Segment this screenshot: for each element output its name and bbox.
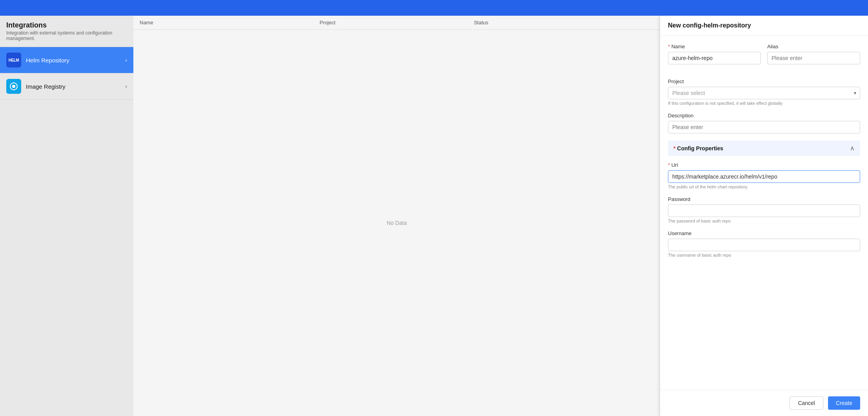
config-section-title: Config Properties [673, 145, 723, 151]
username-input[interactable] [668, 239, 860, 251]
image-registry-icon [6, 79, 21, 94]
name-group: Name [668, 44, 761, 64]
col-header-status: Status [474, 20, 602, 26]
sidebar-item-label-registry: Image Registry [26, 83, 125, 90]
password-input[interactable] [668, 204, 860, 217]
password-hint: The password of basic auth repo [668, 219, 860, 223]
description-group: Description [668, 113, 860, 133]
url-label: Url [668, 162, 860, 168]
project-label: Project [668, 78, 860, 84]
chevron-right-icon-registry: › [125, 83, 127, 89]
url-input[interactable] [668, 170, 860, 183]
config-properties-section-header[interactable]: Config Properties ∧ [668, 140, 860, 156]
name-input[interactable] [668, 52, 761, 64]
integrations-title: Integrations [6, 21, 127, 29]
integrations-header: Integrations Integration with external s… [0, 16, 133, 47]
description-label: Description [668, 113, 860, 119]
username-hint: The username of basic auth repo [668, 253, 860, 257]
name-label: Name [668, 44, 761, 49]
url-group: Url The public url of the helm chart rep… [668, 162, 860, 189]
sidebar: Integrations Integration with external s… [0, 16, 133, 416]
url-hint: The public url of the helm chart reposit… [668, 184, 860, 189]
top-navbar [0, 0, 868, 16]
project-select-wrapper: Please select ▾ [668, 87, 860, 99]
drawer-body: Name Alias Project Please select ▾ If th… [660, 36, 868, 390]
alias-group: Alias [767, 44, 860, 64]
sidebar-item-label-helm: Helm Repository [26, 57, 125, 64]
col-header-name: Name [140, 20, 320, 26]
main-content: Name Project Status No Data [133, 16, 660, 416]
cancel-button[interactable]: Cancel [790, 396, 823, 410]
col-header-project: Project [320, 20, 474, 26]
create-button[interactable]: Create [828, 396, 860, 410]
integrations-subtitle: Integration with external systems and co… [6, 30, 127, 41]
alias-input[interactable] [767, 52, 860, 64]
drawer-footer: Cancel Create [660, 390, 868, 416]
table-header: Name Project Status [133, 16, 660, 30]
no-data-message: No Data [133, 30, 660, 416]
right-drawer: New config-helm-repository Name Alias Pr… [660, 16, 868, 416]
username-label: Username [668, 230, 860, 236]
helm-icon: HELM [6, 53, 21, 68]
project-group: Project Please select ▾ If this configur… [668, 78, 860, 106]
name-alias-row: Name Alias [668, 44, 860, 71]
password-label: Password [668, 196, 860, 202]
project-select[interactable]: Please select [668, 87, 860, 99]
alias-label: Alias [767, 44, 860, 49]
password-group: Password The password of basic auth repo [668, 196, 860, 223]
drawer-title: New config-helm-repository [660, 16, 868, 36]
project-hint: If this configuration is not specified, … [668, 101, 860, 106]
description-input[interactable] [668, 121, 860, 133]
sidebar-item-helm-repository[interactable]: HELM Helm Repository › [0, 47, 133, 73]
sidebar-item-image-registry[interactable]: Image Registry › [0, 73, 133, 100]
chevron-right-icon: › [125, 57, 127, 63]
collapse-icon: ∧ [850, 144, 855, 152]
username-group: Username The username of basic auth repo [668, 230, 860, 257]
